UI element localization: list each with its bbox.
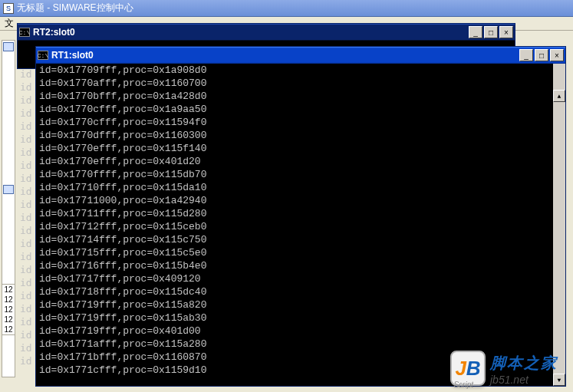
console-title-rt2: RT2:slot0 xyxy=(33,27,469,38)
cmd-icon: C:\ xyxy=(19,28,30,37)
maximize-button[interactable]: □ xyxy=(535,49,548,61)
main-window-title: 无标题 - SIMWARE控制中心 xyxy=(17,2,133,15)
main-window-titlebar: S 无标题 - SIMWARE控制中心 xyxy=(0,0,573,17)
menu-item-file[interactable]: 文 xyxy=(5,18,14,28)
watermark-text-cn: 脚本之家 xyxy=(490,353,558,374)
line-number: 12 xyxy=(2,324,15,334)
tree-node-icon[interactable] xyxy=(3,185,14,194)
cmd-icon: C:\ xyxy=(38,51,48,60)
close-button[interactable]: × xyxy=(499,26,513,38)
watermark-script-label: Script xyxy=(453,380,473,389)
console-window-rt1[interactable]: C:\ RT1:slot0 _ □ × id=0x17709fff,proc=0… xyxy=(35,46,566,387)
line-number: 12 xyxy=(2,315,15,324)
console-titlebar-rt1[interactable]: C:\ RT1:slot0 _ □ × xyxy=(36,47,565,64)
line-numbers: 12 12 12 12 12 xyxy=(2,284,15,335)
line-number: 12 xyxy=(2,305,15,315)
rt2-visible-edge: idididididididididididididididididididid… xyxy=(20,68,32,367)
line-number: 12 xyxy=(2,295,15,305)
line-number: 12 xyxy=(2,285,15,295)
minimize-button[interactable]: _ xyxy=(469,26,482,38)
scrollbar[interactable]: ▲ ▼ xyxy=(553,64,565,386)
minimize-button[interactable]: _ xyxy=(519,49,533,61)
console-titlebar-rt2[interactable]: C:\ RT2:slot0 _ □ × xyxy=(18,24,515,41)
close-button[interactable]: × xyxy=(550,49,564,61)
console-title-rt1: RT1:slot0 xyxy=(51,50,519,61)
maximize-button[interactable]: □ xyxy=(484,26,498,38)
console-body-rt1[interactable]: id=0x17709fff,proc=0x1a908d0 id=0x1770af… xyxy=(36,64,565,386)
console-output: id=0x17709fff,proc=0x1a908d0 id=0x1770af… xyxy=(39,64,562,377)
watermark-url: jb51.net xyxy=(490,374,529,386)
app-icon: S xyxy=(3,3,14,14)
tree-node-icon[interactable] xyxy=(3,42,14,51)
scroll-up-button[interactable]: ▲ xyxy=(553,90,565,102)
